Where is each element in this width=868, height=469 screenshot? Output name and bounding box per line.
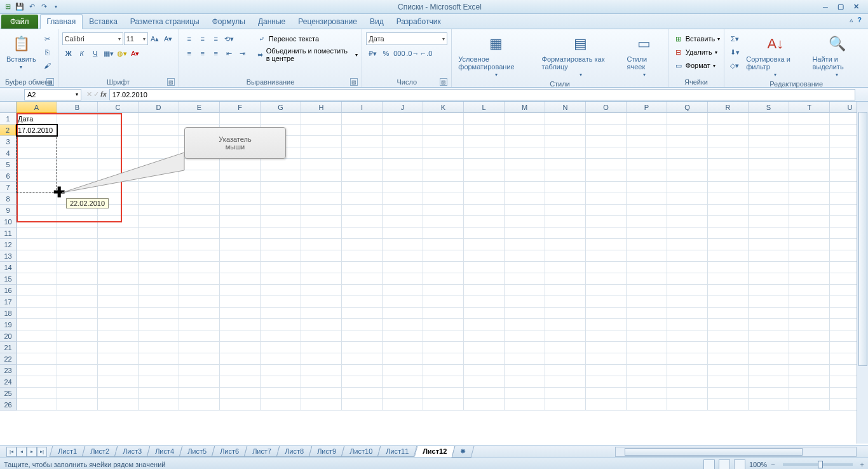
cell[interactable] [708,296,749,308]
zoom-slider-thumb[interactable] [818,461,823,468]
cell[interactable] [789,399,830,411]
cell[interactable] [220,239,261,250]
cell[interactable] [57,319,98,330]
cell[interactable] [139,376,179,388]
cell[interactable] [627,296,667,308]
cell-styles-button[interactable]: ▭Стили ячеек▾ [625,32,664,79]
decrease-font-icon[interactable]: A▾ [162,32,175,45]
cell[interactable] [708,365,749,376]
cell[interactable] [505,170,545,182]
cell[interactable] [586,388,627,399]
cell[interactable] [545,205,586,216]
cell[interactable] [423,228,464,239]
cell[interactable] [98,125,139,136]
cell[interactable] [423,159,464,170]
cell[interactable] [667,239,708,250]
cell[interactable] [179,113,220,125]
cell[interactable] [139,216,179,228]
cell[interactable] [220,182,261,193]
cell[interactable] [464,216,505,228]
cell[interactable] [586,239,627,250]
cell[interactable] [545,353,586,365]
cell[interactable] [17,250,57,262]
cell[interactable] [98,376,139,388]
cell[interactable] [179,273,220,285]
cell[interactable] [98,296,139,308]
cell[interactable] [301,308,342,319]
cell[interactable] [383,319,423,330]
cell[interactable] [708,330,749,342]
cell[interactable] [667,296,708,308]
cell[interactable] [57,376,98,388]
cell[interactable] [789,239,830,250]
find-select-button[interactable]: 🔍Найти и выделить▾ [810,32,864,79]
cell[interactable] [220,342,261,353]
align-left-button[interactable]: ≡ [183,47,196,60]
cell[interactable] [17,365,57,376]
cell[interactable] [423,205,464,216]
cell[interactable] [342,285,383,296]
cell[interactable] [383,308,423,319]
cell[interactable] [749,399,789,411]
column-header[interactable]: I [342,102,383,113]
cell[interactable] [98,228,139,239]
cell[interactable] [301,262,342,273]
cell[interactable] [383,376,423,388]
cell[interactable] [220,159,261,170]
cell[interactable] [464,125,505,136]
autosum-button[interactable]: Σ▾ [728,32,741,45]
column-header[interactable]: D [139,102,179,113]
cell[interactable] [464,136,505,147]
bold-button[interactable]: Ж [62,47,75,60]
column-header[interactable]: G [261,102,301,113]
cell[interactable] [627,353,667,365]
cell[interactable] [261,365,301,376]
column-header[interactable]: F [220,102,261,113]
cell[interactable] [667,308,708,319]
cell[interactable] [749,285,789,296]
cell[interactable] [220,262,261,273]
cell[interactable] [505,399,545,411]
column-header[interactable]: M [505,102,545,113]
cell[interactable] [301,285,342,296]
increase-indent-button[interactable]: ⇥ [236,47,249,60]
cell[interactable] [505,182,545,193]
cell[interactable] [98,216,139,228]
cell[interactable] [667,285,708,296]
cell[interactable] [505,365,545,376]
cell[interactable] [17,239,57,250]
cell[interactable] [545,273,586,285]
cell[interactable] [57,273,98,285]
cell[interactable] [261,319,301,330]
cell[interactable] [261,205,301,216]
cell[interactable] [17,262,57,273]
cell[interactable] [667,353,708,365]
cell[interactable] [749,296,789,308]
cell[interactable] [749,262,789,273]
cell[interactable] [464,147,505,159]
cell[interactable] [261,399,301,411]
cell[interactable] [667,170,708,182]
cell[interactable] [505,228,545,239]
cell[interactable] [464,159,505,170]
cell[interactable] [301,239,342,250]
cell[interactable] [586,376,627,388]
cell[interactable] [667,319,708,330]
cell[interactable] [139,239,179,250]
cell[interactable] [220,228,261,239]
cell[interactable] [301,170,342,182]
cell[interactable] [301,113,342,125]
cell[interactable] [749,376,789,388]
cell[interactable] [57,136,98,147]
row-header[interactable]: 5 [0,159,17,170]
cell[interactable] [301,376,342,388]
cell[interactable] [423,125,464,136]
cell[interactable] [627,159,667,170]
cell[interactable] [708,113,749,125]
row-header[interactable]: 13 [0,250,17,262]
cell[interactable] [383,147,423,159]
cell[interactable] [17,205,57,216]
cell[interactable] [179,399,220,411]
cell[interactable] [179,262,220,273]
column-header[interactable]: B [57,102,98,113]
